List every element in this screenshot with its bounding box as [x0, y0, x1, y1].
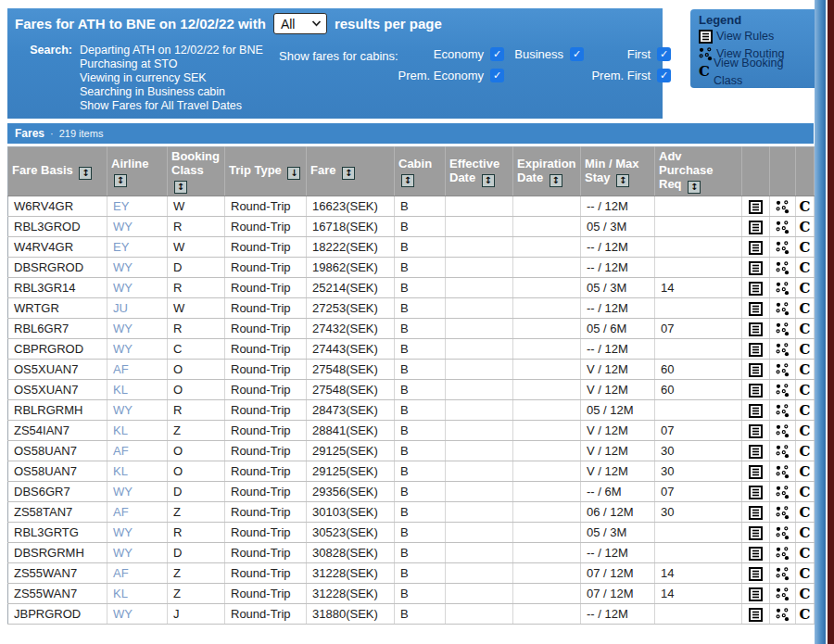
view-routing-button[interactable]: [776, 241, 790, 255]
airline-link[interactable]: AF: [113, 444, 129, 458]
airline-link[interactable]: KL: [113, 587, 128, 600]
view-rules-button[interactable]: [749, 322, 763, 336]
view-booking-class-button[interactable]: C: [800, 282, 811, 296]
airline-link[interactable]: WY: [113, 403, 133, 417]
column-header-adv-purchase-req[interactable]: Adv Purchase Req ↕: [655, 147, 742, 196]
view-routing-button[interactable]: [776, 221, 790, 234]
view-booking-class-button[interactable]: C: [800, 384, 811, 398]
airline-link[interactable]: AF: [113, 505, 129, 519]
view-rules-button[interactable]: [749, 200, 763, 214]
view-rules-button[interactable]: [749, 506, 763, 520]
airline-link[interactable]: AF: [113, 362, 129, 376]
airline-link[interactable]: JU: [113, 301, 128, 315]
view-routing-button[interactable]: [776, 608, 790, 622]
view-routing-button[interactable]: [776, 322, 790, 336]
view-booking-class-button[interactable]: C: [800, 261, 811, 275]
airline-link[interactable]: WY: [113, 260, 133, 274]
view-booking-class-button[interactable]: C: [800, 526, 811, 540]
view-rules-button[interactable]: [749, 261, 763, 275]
view-rules-button[interactable]: [749, 424, 763, 438]
view-booking-class-button[interactable]: C: [800, 404, 811, 418]
airline-link[interactable]: KL: [113, 423, 128, 437]
view-routing-button[interactable]: [776, 486, 790, 499]
view-rules-button[interactable]: [749, 343, 763, 357]
view-rules-button[interactable]: [749, 567, 763, 581]
view-rules-button[interactable]: [749, 486, 763, 499]
view-rules-button[interactable]: [749, 363, 763, 377]
view-rules-button[interactable]: [749, 608, 763, 622]
view-booking-class-button[interactable]: C: [800, 221, 811, 234]
view-routing-button[interactable]: [776, 567, 790, 581]
cabin-checkbox-first[interactable]: ✓: [657, 47, 671, 61]
view-routing-button[interactable]: [776, 404, 790, 418]
view-booking-class-button[interactable]: C: [800, 363, 811, 377]
view-rules-button[interactable]: [749, 547, 763, 561]
column-header-expiration-date[interactable]: Expiration Date ↕: [513, 147, 581, 196]
view-booking-class-button[interactable]: C: [800, 200, 811, 214]
view-rules-button[interactable]: [749, 384, 763, 398]
view-routing-button[interactable]: [776, 506, 790, 520]
view-routing-button[interactable]: [776, 465, 790, 479]
view-booking-class-button[interactable]: C: [800, 343, 811, 357]
view-booking-class-button[interactable]: C: [800, 608, 811, 622]
airline-link[interactable]: WY: [113, 342, 133, 356]
column-header-trip-type[interactable]: Trip Type ↓: [225, 147, 307, 196]
view-rules-button[interactable]: [749, 587, 763, 601]
view-routing-button[interactable]: [776, 200, 790, 214]
column-header-fare-basis[interactable]: Fare Basis ↕: [8, 147, 107, 196]
view-routing-button[interactable]: [776, 424, 790, 438]
view-rules-button[interactable]: [749, 302, 763, 316]
view-booking-class-button[interactable]: C: [800, 322, 811, 336]
results-per-page-select[interactable]: All: [273, 13, 327, 34]
view-rules-button[interactable]: [749, 404, 763, 418]
view-routing-button[interactable]: [776, 261, 790, 275]
airline-link[interactable]: KL: [113, 383, 128, 397]
view-booking-class-button[interactable]: C: [800, 241, 811, 255]
view-routing-button[interactable]: [776, 445, 790, 459]
column-header-booking-class[interactable]: Booking Class ↕: [168, 147, 225, 196]
column-header-effective-date[interactable]: Effective Date ↕: [446, 147, 513, 196]
column-header-min-max-stay[interactable]: Min / Max Stay ↕: [581, 147, 655, 196]
view-rules-button[interactable]: [749, 221, 763, 234]
view-rules-button[interactable]: [749, 465, 763, 479]
view-booking-class-button[interactable]: C: [800, 465, 811, 479]
view-routing-button[interactable]: [776, 363, 790, 377]
airline-link[interactable]: WY: [113, 220, 133, 234]
airline-link[interactable]: EY: [113, 199, 129, 213]
view-booking-class-button[interactable]: C: [800, 587, 811, 601]
view-routing-button[interactable]: [776, 526, 790, 540]
view-booking-class-button[interactable]: C: [800, 424, 811, 438]
view-rules-button[interactable]: [749, 241, 763, 255]
view-rules-button[interactable]: [749, 445, 763, 459]
view-booking-class-button[interactable]: C: [800, 547, 811, 561]
airline-link[interactable]: WY: [113, 322, 133, 335]
view-rules-button[interactable]: [749, 282, 763, 296]
airline-link[interactable]: WY: [113, 607, 133, 621]
view-routing-button[interactable]: [776, 547, 790, 561]
column-header-fare[interactable]: Fare ↕: [307, 147, 395, 196]
view-rules-button[interactable]: [749, 526, 763, 540]
cabin-checkbox-prem-first[interactable]: ✓: [657, 69, 671, 82]
view-routing-button[interactable]: [776, 343, 790, 357]
airline-link[interactable]: AF: [113, 566, 129, 580]
airline-link[interactable]: WY: [113, 281, 133, 295]
cabin-checkbox-business[interactable]: ✓: [570, 47, 584, 61]
column-header-airline[interactable]: Airline ↕: [107, 147, 168, 196]
cabin-checkbox-prem-economy[interactable]: ✓: [490, 69, 504, 82]
column-header-cabin[interactable]: Cabin ↕: [395, 147, 446, 196]
view-routing-button[interactable]: [776, 302, 790, 316]
view-booking-class-button[interactable]: C: [800, 302, 811, 316]
airline-link[interactable]: KL: [113, 464, 128, 478]
airline-link[interactable]: WY: [113, 525, 133, 539]
airline-link[interactable]: EY: [113, 240, 129, 254]
view-booking-class-button[interactable]: C: [800, 486, 811, 499]
view-booking-class-button[interactable]: C: [800, 506, 811, 520]
airline-link[interactable]: WY: [113, 485, 133, 499]
view-routing-button[interactable]: [776, 587, 790, 601]
view-booking-class-button[interactable]: C: [800, 567, 811, 581]
cabin-checkbox-economy[interactable]: ✓: [490, 47, 504, 61]
view-booking-class-button[interactable]: C: [800, 445, 811, 459]
view-routing-button[interactable]: [776, 282, 790, 296]
airline-link[interactable]: WY: [113, 546, 133, 560]
view-routing-button[interactable]: [776, 384, 790, 398]
